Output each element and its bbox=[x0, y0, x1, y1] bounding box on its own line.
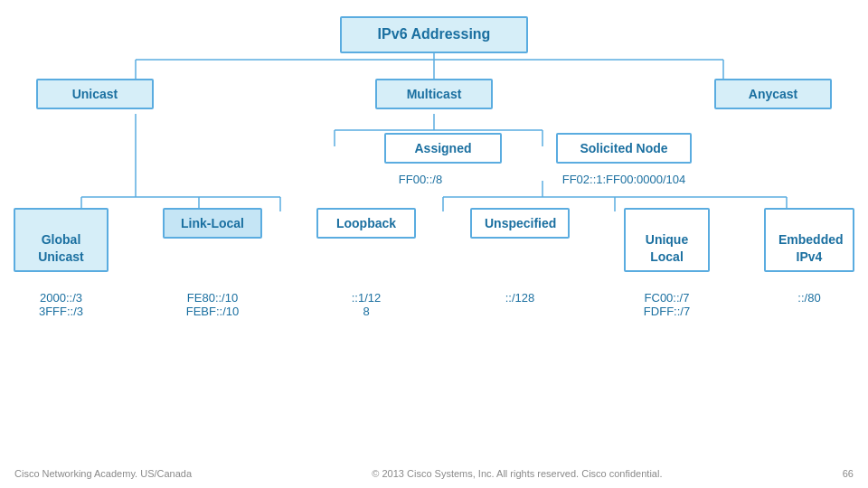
unique-local-box: Unique Local bbox=[624, 208, 710, 272]
unspec-addr-text: ::/128 bbox=[505, 291, 535, 305]
unspecified-label: Unspecified bbox=[485, 216, 556, 230]
anycast-label: Anycast bbox=[749, 87, 797, 101]
multicast-box: Multicast bbox=[375, 79, 493, 109]
assigned-box: Assigned bbox=[384, 133, 502, 164]
assigned-prefix: FF00::/8 bbox=[362, 173, 479, 186]
global-addr: 2000::/3 3FFF::/3 bbox=[14, 277, 108, 318]
global-addr-text: 2000::/3 3FFF::/3 bbox=[39, 291, 83, 318]
level1: Unicast Multicast Anycast bbox=[36, 79, 832, 109]
embedded-ipv4-box: Embedded IPv4 bbox=[764, 208, 854, 272]
link-addr: FE80::/10 FEBF::/10 bbox=[163, 277, 262, 318]
level5: 2000::/3 3FFF::/3 FE80::/10 FEBF::/10 ::… bbox=[14, 277, 854, 318]
embedded-addr: ::/80 bbox=[764, 291, 854, 305]
unspecified-box: Unspecified bbox=[470, 208, 570, 239]
level3: FF00::/8 FF02::1:FF00:0000/104 bbox=[285, 173, 791, 186]
loopback-label: Loopback bbox=[336, 216, 396, 230]
title-text: IPv6 Addressing bbox=[378, 26, 491, 42]
unique-addr-text: FC00::/7 FDFF::/7 bbox=[644, 291, 690, 318]
title-box: IPv6 Addressing bbox=[340, 16, 529, 53]
link-addr-text: FE80::/10 FEBF::/10 bbox=[186, 291, 240, 318]
solicited-prefix-text: FF02::1:FF00:0000/104 bbox=[562, 173, 686, 186]
title-level: IPv6 Addressing bbox=[9, 16, 859, 53]
solicited-node-box: Solicited Node bbox=[556, 133, 692, 164]
unique-local-label: Unique Local bbox=[646, 232, 688, 263]
footer-page: 66 bbox=[843, 468, 854, 479]
embedded-addr-text: ::/80 bbox=[797, 291, 820, 305]
anycast-box: Anycast bbox=[714, 79, 832, 109]
unicast-label: Unicast bbox=[72, 87, 118, 101]
unique-addr: FC00::/7 FDFF::/7 bbox=[624, 277, 710, 318]
footer-copyright: © 2013 Cisco Systems, Inc. All rights re… bbox=[372, 468, 662, 479]
solicited-prefix: FF02::1:FF00:0000/104 bbox=[533, 173, 714, 186]
global-unicast-label: Global Unicast bbox=[38, 232, 84, 263]
level2: Assigned Solicited Node bbox=[285, 133, 791, 164]
unspec-addr: ::/128 bbox=[470, 291, 570, 305]
link-local-label: Link-Local bbox=[181, 216, 244, 230]
assigned-prefix-text: FF00::/8 bbox=[399, 173, 442, 186]
level4: Global Unicast Link-Local Loopback Unspe… bbox=[14, 208, 854, 272]
loop-addr-text: ::1/12 8 bbox=[352, 291, 382, 318]
footer: Cisco Networking Academy. US/Canada © 20… bbox=[0, 468, 868, 479]
assigned-label: Assigned bbox=[414, 141, 471, 155]
solicited-node-label: Solicited Node bbox=[580, 141, 667, 155]
global-unicast-box: Global Unicast bbox=[14, 208, 108, 272]
loop-addr: ::1/12 8 bbox=[316, 277, 416, 318]
unicast-box: Unicast bbox=[36, 79, 154, 109]
footer-left: Cisco Networking Academy. US/Canada bbox=[14, 468, 192, 479]
link-local-box: Link-Local bbox=[163, 208, 262, 239]
page: IPv6 Addressing Unicast Multicast Anycas… bbox=[0, 0, 868, 488]
loopback-box: Loopback bbox=[316, 208, 416, 239]
multicast-label: Multicast bbox=[407, 87, 462, 101]
embedded-ipv4-label: Embedded IPv4 bbox=[778, 232, 844, 263]
